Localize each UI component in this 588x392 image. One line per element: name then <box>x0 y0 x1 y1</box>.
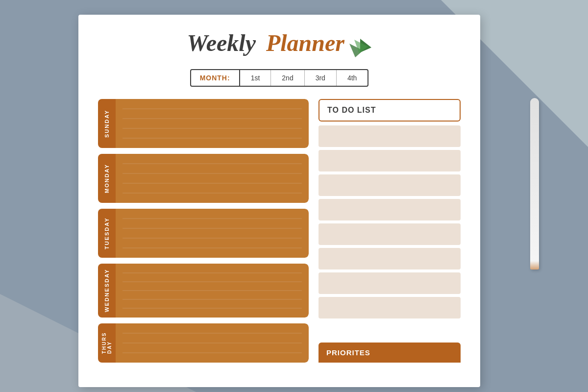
todo-header: TO DO LIST <box>318 99 461 122</box>
day-line <box>122 128 302 129</box>
days-column: SUNDAY MONDAY <box>98 99 309 363</box>
day-line <box>122 108 302 109</box>
title-weekly: Weekly <box>187 30 256 56</box>
day-line <box>122 247 302 248</box>
day-row-wednesday: WEDNESDAY <box>98 264 309 318</box>
day-line <box>122 173 302 174</box>
day-line <box>122 218 302 219</box>
todo-column: TO DO LIST PRIORITES <box>318 99 461 363</box>
day-line <box>122 281 302 282</box>
priorities-header: PRIORITES <box>318 343 461 363</box>
day-row-tuesday: TUESDAY <box>98 209 309 258</box>
title-arrow-icon <box>349 39 371 59</box>
day-row-monday: MONDAY <box>98 154 309 203</box>
title-area: Weekly Planner <box>98 29 461 59</box>
day-line <box>122 228 302 229</box>
day-content-wednesday[interactable] <box>116 264 309 318</box>
day-line <box>122 290 302 291</box>
day-content-monday[interactable] <box>116 154 309 203</box>
todo-item-5[interactable] <box>318 223 461 245</box>
day-label-tuesday: TUESDAY <box>98 209 116 258</box>
week-2[interactable]: 2nd <box>271 70 304 86</box>
background-wrapper: Weekly Planner MONTH: 1st 2nd 3rd 4th <box>0 0 588 392</box>
todo-item-8[interactable] <box>318 297 461 318</box>
day-line <box>122 352 302 353</box>
todo-item-3[interactable] <box>318 174 461 196</box>
month-label: MONTH: <box>191 70 240 86</box>
day-row-thursday: THURSDAY <box>98 323 309 363</box>
day-line <box>122 138 302 139</box>
day-line <box>122 343 302 343</box>
day-line <box>122 333 302 334</box>
title-planner: Planner <box>266 30 344 56</box>
day-row-sunday: SUNDAY <box>98 99 309 148</box>
day-content-tuesday[interactable] <box>116 209 309 258</box>
pencil-decoration <box>530 98 539 270</box>
day-line <box>122 299 302 300</box>
main-content: SUNDAY MONDAY <box>98 99 461 363</box>
day-label-sunday: SUNDAY <box>98 99 116 148</box>
day-line <box>122 118 302 119</box>
day-line <box>122 272 302 273</box>
todo-item-6[interactable] <box>318 248 461 270</box>
day-label-monday: MONDAY <box>98 154 116 203</box>
todo-item-7[interactable] <box>318 272 461 294</box>
day-label-wednesday: WEDNESDAY <box>98 264 116 318</box>
month-table: MONTH: 1st 2nd 3rd 4th <box>190 69 369 87</box>
todo-items <box>318 125 461 338</box>
day-line <box>122 193 302 194</box>
todo-item-2[interactable] <box>318 150 461 172</box>
day-content-thursday[interactable] <box>116 323 309 363</box>
day-line <box>122 163 302 164</box>
day-line <box>122 308 302 309</box>
todo-item-1[interactable] <box>318 125 461 147</box>
week-4[interactable]: 4th <box>337 70 368 86</box>
day-line <box>122 183 302 184</box>
day-line <box>122 238 302 239</box>
day-label-thursday: THURSDAY <box>98 323 116 363</box>
month-row: MONTH: 1st 2nd 3rd 4th <box>98 69 461 87</box>
week-1[interactable]: 1st <box>240 70 271 86</box>
day-content-sunday[interactable] <box>116 99 309 148</box>
planner-paper: Weekly Planner MONTH: 1st 2nd 3rd 4th <box>78 15 480 387</box>
week-3[interactable]: 3rd <box>305 70 337 86</box>
todo-item-4[interactable] <box>318 199 461 220</box>
